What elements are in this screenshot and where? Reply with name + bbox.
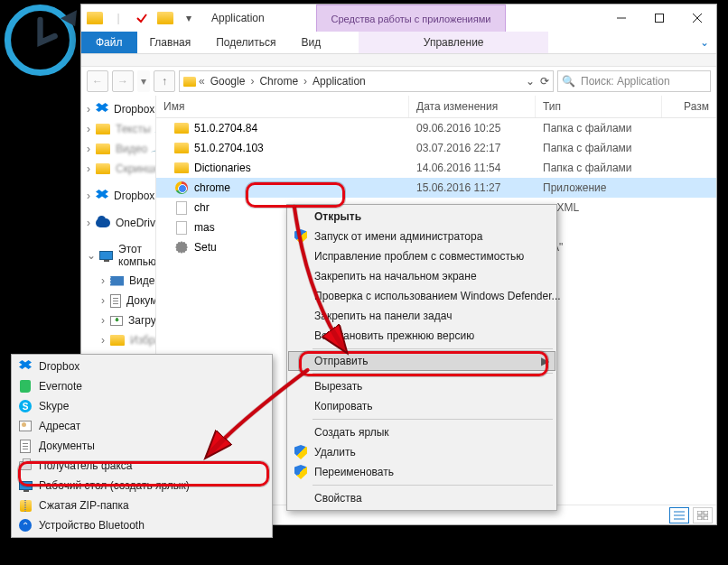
menu-item[interactable]: Открыть — [289, 207, 555, 227]
zip-icon — [17, 497, 33, 514]
menu-item[interactable]: Переименовать — [289, 462, 555, 482]
ribbon-expand[interactable]: ⌄ — [693, 32, 716, 53]
col-size[interactable]: Разм — [662, 96, 716, 117]
file-name: Dictionaries — [194, 162, 251, 174]
nav-item[interactable]: ›Документы — [81, 291, 155, 310]
qat-folder-icon — [85, 8, 105, 28]
contextual-tab-header: Средства работы с приложениями — [316, 5, 506, 32]
file-row[interactable]: chrome 15.06.2016 11:27 Приложение — [156, 178, 716, 198]
search-input[interactable]: 🔍 Поиск: Application — [557, 70, 711, 92]
nav-item[interactable]: ›Избражен — [81, 330, 155, 350]
menu-item[interactable]: S Skype — [14, 396, 270, 416]
shield-icon — [293, 464, 309, 480]
file-row[interactable]: 51.0.2704.84 09.06.2016 10:25 Папка с фа… — [156, 118, 716, 138]
menu-item[interactable]: Восстановить прежнюю версию — [289, 326, 555, 346]
page-icon — [174, 200, 189, 215]
onedrive-icon — [96, 216, 110, 230]
file-row[interactable]: Dictionaries 14.06.2016 11:54 Папка с фа… — [156, 158, 716, 178]
video-icon — [110, 273, 124, 288]
crumb-3[interactable]: Application — [310, 75, 369, 88]
tab-view[interactable]: Вид — [288, 32, 333, 53]
menu-item[interactable]: Адресат — [14, 416, 270, 436]
menu-item[interactable]: Создать ярлык — [289, 422, 555, 442]
nav-item[interactable]: ›OneDrive — [81, 213, 155, 233]
menu-label: Удалить — [314, 446, 356, 458]
menu-label: Восстановить прежнюю версию — [314, 329, 474, 342]
menu-item[interactable]: Документы — [14, 436, 270, 456]
nav-back[interactable]: ← — [87, 70, 108, 92]
crumb-2[interactable]: Chrome — [257, 75, 301, 88]
svg-rect-2 — [697, 511, 702, 514]
menu-item[interactable]: Запуск от имени администратора — [289, 227, 555, 246]
menu-item[interactable]: Проверка с использованием Windows Defend… — [289, 286, 555, 306]
breadcrumb[interactable]: « Google › Chrome › Application ⌄ ⟳ — [179, 70, 554, 92]
refresh-icon[interactable]: ⟳ — [540, 75, 549, 88]
svg-rect-5 — [704, 516, 708, 520]
nav-label: OneDrive — [116, 217, 156, 229]
address-bar: ← → ▾ ↑ « Google › Chrome › Application … — [81, 67, 716, 96]
column-headers[interactable]: Имя Дата изменения Тип Разм — [156, 96, 716, 118]
menu-item[interactable]: Закрепить на панели задач — [289, 306, 555, 326]
nav-item[interactable]: ›Dropbox — [81, 186, 155, 206]
menu-item[interactable]: Сжатая ZIP-папка — [14, 496, 270, 515]
menu-label: Отправить — [314, 355, 369, 367]
crumb-1[interactable]: Google — [208, 75, 248, 88]
nav-item[interactable]: ›Загрузки — [81, 310, 155, 330]
menu-label: Skype — [39, 400, 69, 412]
col-type[interactable]: Тип — [536, 96, 662, 117]
file-name: chrome — [194, 181, 230, 194]
nav-up[interactable]: ↑ — [154, 70, 175, 92]
fax-icon — [17, 458, 33, 474]
nav-item[interactable]: ›Тексты📌 — [81, 119, 155, 139]
menu-item[interactable]: Dropbox — [14, 357, 270, 376]
col-name[interactable]: Имя — [156, 96, 409, 117]
menu-item[interactable]: Рабочий стол (создать ярлык) — [14, 476, 270, 496]
view-details[interactable] — [669, 507, 689, 523]
svg-rect-1 — [656, 14, 664, 23]
dropbox-icon — [17, 358, 33, 375]
menu-label: Сжатая ZIP-папка — [39, 499, 129, 512]
menu-item[interactable]: Вырезать — [289, 376, 555, 396]
nav-label: Скриншоты — [116, 162, 156, 175]
menu-label: Evernote — [39, 380, 82, 393]
tab-file[interactable]: Файл — [81, 32, 137, 53]
view-icons[interactable] — [693, 507, 713, 523]
nav-item[interactable]: ⌄Этот компьютер — [81, 240, 155, 271]
qat-dropdown[interactable]: ▾ — [179, 8, 199, 28]
search-icon: 🔍 — [562, 75, 575, 88]
svg-rect-4 — [697, 516, 702, 520]
nav-label: Видео — [129, 274, 156, 287]
menu-item[interactable]: Закрепить на начальном экране — [289, 266, 555, 286]
menu-item[interactable]: Удалить — [289, 442, 555, 462]
nav-item[interactable]: ›Скриншоты📌 — [81, 159, 155, 179]
tab-home[interactable]: Главная — [137, 32, 204, 53]
nav-forward[interactable]: → — [112, 70, 134, 92]
menu-item[interactable]: Отправить ▶ — [288, 351, 555, 371]
contact-icon — [17, 418, 33, 434]
menu-item[interactable]: ⌃ Устройство Bluetooth — [14, 515, 270, 535]
qat-properties[interactable] — [132, 8, 152, 28]
menu-item[interactable]: Свойства — [289, 488, 555, 508]
maximize-button[interactable] — [640, 5, 678, 32]
col-date[interactable]: Дата изменения — [409, 96, 536, 117]
menu-item[interactable]: Получатель факса — [14, 456, 270, 476]
shield-icon — [293, 228, 309, 245]
nav-recent[interactable]: ▾ — [137, 70, 150, 92]
nav-item[interactable]: ›Видео📌 — [81, 139, 155, 159]
nav-item[interactable]: ›Dropbox📌 — [81, 99, 155, 119]
tab-share[interactable]: Поделиться — [203, 32, 288, 53]
menu-item[interactable]: Исправление проблем с совместимостью — [289, 246, 555, 266]
menu-item[interactable]: Evernote — [14, 376, 270, 396]
minimize-button[interactable] — [602, 5, 640, 32]
qat-new-folder[interactable] — [155, 8, 175, 28]
tab-manage[interactable]: Управление — [359, 32, 548, 53]
crumb-dropdown[interactable]: ⌄ — [526, 75, 535, 88]
menu-item[interactable]: Копировать — [289, 396, 555, 416]
menu-label: Создать ярлык — [314, 426, 389, 439]
nav-item[interactable]: ›Видео — [81, 271, 155, 291]
nav-label: Загрузки — [128, 314, 156, 327]
file-type: Папка с файлами — [536, 142, 662, 154]
nav-label: Этот компьютер — [118, 243, 156, 268]
close-button[interactable] — [678, 5, 716, 32]
file-row[interactable]: 51.0.2704.103 03.07.2016 22:17 Папка с ф… — [156, 138, 716, 158]
